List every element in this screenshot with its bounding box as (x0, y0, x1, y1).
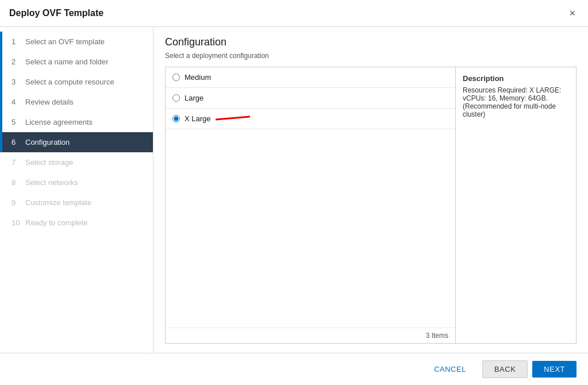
back-button[interactable]: BACK (482, 360, 528, 378)
section-subtitle: Select a deployment configuration (165, 52, 577, 60)
step-label: Select a compute resource (25, 78, 114, 86)
sidebar-item-3[interactable]: 3Select a compute resource (0, 72, 153, 92)
description-panel: Description Resources Required: X LARGE:… (456, 67, 577, 344)
option-label-large: Large (185, 94, 203, 102)
sidebar-item-8: 8Select networks (0, 172, 153, 192)
step-label: Select an OVF template (25, 37, 105, 46)
step-label: Customize template (25, 198, 91, 207)
step-number: 5 (11, 118, 21, 126)
option-label-xlarge: X Large (185, 114, 211, 123)
step-number: 6 (11, 138, 21, 147)
cancel-button[interactable]: CANCEL (422, 361, 478, 378)
deploy-ovf-dialog: Deploy OVF Template × 1Select an OVF tem… (0, 0, 588, 385)
options-panel: MediumLargeX Large 3 Items (165, 67, 456, 344)
step-number: 3 (11, 78, 21, 86)
option-label-medium: Medium (185, 73, 211, 82)
dialog-title: Deploy OVF Template (9, 8, 103, 18)
step-label: Select networks (25, 178, 78, 187)
description-text: Resources Required: X LARGE: vCPUs: 16, … (463, 86, 569, 118)
sidebar-item-10: 10Ready to complete (0, 213, 153, 233)
next-button[interactable]: NEXT (532, 361, 577, 378)
close-button[interactable]: × (566, 7, 579, 20)
annotation-arrow (216, 116, 250, 120)
step-number: 2 (11, 57, 21, 66)
radio-medium[interactable] (172, 74, 180, 81)
step-label: Select storage (25, 158, 73, 167)
step-number: 10 (11, 218, 21, 227)
sidebar-item-9: 9Customize template (0, 192, 153, 213)
option-row-xlarge[interactable]: X Large (166, 109, 455, 129)
option-row-medium[interactable]: Medium (166, 67, 455, 88)
sidebar-item-5[interactable]: 5License agreements (0, 112, 153, 132)
items-count: 3 Items (166, 328, 455, 343)
step-label: Select a name and folder (25, 57, 109, 66)
content-area: MediumLargeX Large 3 Items Description R… (165, 67, 577, 344)
section-title: Configuration (165, 36, 577, 48)
step-number: 7 (11, 158, 21, 167)
sidebar: 1Select an OVF template2Select a name an… (0, 27, 153, 353)
description-title: Description (463, 74, 569, 83)
sidebar-item-6[interactable]: 6Configuration (0, 132, 153, 152)
dialog-header: Deploy OVF Template × (0, 0, 588, 27)
step-number: 1 (11, 37, 21, 46)
radio-large[interactable] (172, 94, 180, 102)
option-row-large[interactable]: Large (166, 88, 455, 109)
radio-xlarge[interactable] (172, 115, 180, 122)
step-label: Ready to complete (25, 218, 87, 227)
step-number: 9 (11, 198, 21, 207)
dialog-body: 1Select an OVF template2Select a name an… (0, 27, 588, 353)
step-label: Review details (25, 98, 74, 106)
step-number: 4 (11, 98, 21, 106)
sidebar-item-1[interactable]: 1Select an OVF template (0, 32, 153, 52)
options-spacer (166, 129, 455, 328)
main-content: Configuration Select a deployment config… (153, 27, 588, 353)
dialog-footer: CANCEL BACK NEXT (0, 353, 588, 385)
sidebar-item-2[interactable]: 2Select a name and folder (0, 52, 153, 72)
step-number: 8 (11, 178, 21, 187)
step-label: License agreements (25, 118, 93, 126)
sidebar-item-7: 7Select storage (0, 152, 153, 172)
step-label: Configuration (25, 138, 70, 147)
sidebar-item-4[interactable]: 4Review details (0, 92, 153, 112)
